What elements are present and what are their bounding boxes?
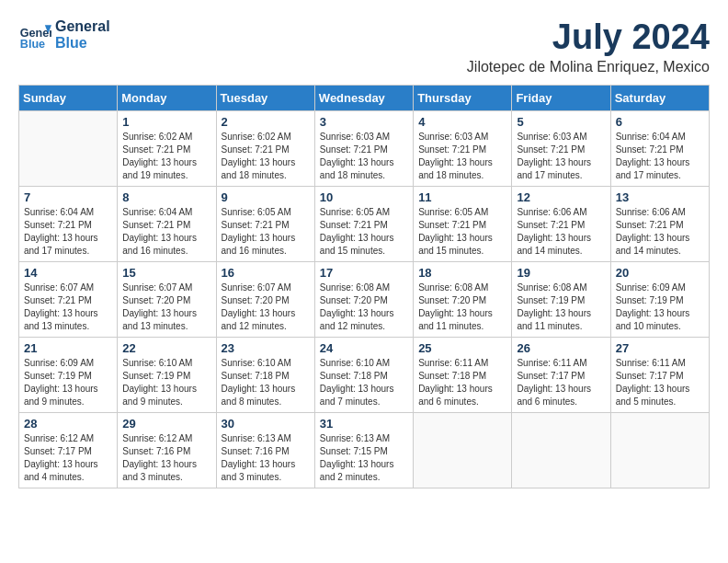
weekday-header: Friday	[512, 85, 610, 110]
sunrise-text: Sunrise: 6:09 AM	[24, 357, 112, 370]
cell-info: Sunrise: 6:10 AMSunset: 7:18 PMDaylight:…	[222, 357, 310, 408]
sunrise-text: Sunrise: 6:07 AM	[24, 282, 112, 294]
weekday-header: Tuesday	[216, 85, 314, 110]
weekday-header: Saturday	[610, 85, 709, 110]
sunrise-text: Sunrise: 6:10 AM	[122, 357, 210, 370]
calendar-cell: 20Sunrise: 6:09 AMSunset: 7:19 PMDayligh…	[610, 261, 709, 337]
calendar-cell: 4Sunrise: 6:03 AMSunset: 7:21 PMDaylight…	[414, 110, 512, 186]
day-number: 2	[222, 115, 310, 129]
calendar-cell: 11Sunrise: 6:05 AMSunset: 7:21 PMDayligh…	[414, 186, 512, 261]
day-number: 30	[222, 417, 310, 431]
sunset-text: Sunset: 7:21 PM	[222, 219, 310, 232]
sunset-text: Sunset: 7:19 PM	[517, 294, 605, 307]
day-number: 14	[24, 266, 112, 280]
sunrise-text: Sunrise: 6:03 AM	[320, 131, 408, 144]
calendar-cell: 18Sunrise: 6:08 AMSunset: 7:20 PMDayligh…	[414, 261, 512, 337]
sunset-text: Sunset: 7:18 PM	[320, 370, 408, 383]
daylight-text: Daylight: 13 hoursand 4 minutes.	[24, 458, 112, 484]
daylight-text: Daylight: 13 hoursand 3 minutes.	[222, 458, 310, 484]
sunset-text: Sunset: 7:21 PM	[24, 294, 112, 307]
sunset-text: Sunset: 7:18 PM	[222, 370, 310, 383]
day-number: 28	[24, 417, 112, 431]
daylight-text: Daylight: 13 hoursand 16 minutes.	[122, 232, 210, 258]
sunset-text: Sunset: 7:20 PM	[320, 294, 408, 307]
daylight-text: Daylight: 13 hoursand 17 minutes.	[24, 232, 112, 258]
cell-info: Sunrise: 6:08 AMSunset: 7:19 PMDaylight:…	[517, 282, 605, 333]
cell-info: Sunrise: 6:04 AMSunset: 7:21 PMDaylight:…	[122, 206, 210, 258]
daylight-text: Daylight: 13 hoursand 14 minutes.	[616, 232, 704, 258]
sunset-text: Sunset: 7:16 PM	[222, 445, 310, 458]
sunset-text: Sunset: 7:21 PM	[418, 219, 506, 232]
calendar-header-row: SundayMondayTuesdayWednesdayThursdayFrid…	[19, 85, 710, 110]
sunset-text: Sunset: 7:21 PM	[616, 219, 704, 232]
month-title: July 2024	[467, 18, 710, 57]
sunrise-text: Sunrise: 6:12 AM	[122, 432, 210, 445]
cell-info: Sunrise: 6:10 AMSunset: 7:19 PMDaylight:…	[122, 357, 210, 408]
daylight-text: Daylight: 13 hoursand 17 minutes.	[616, 156, 704, 182]
cell-info: Sunrise: 6:08 AMSunset: 7:20 PMDaylight:…	[320, 282, 408, 333]
calendar-cell: 15Sunrise: 6:07 AMSunset: 7:20 PMDayligh…	[118, 261, 216, 337]
sunrise-text: Sunrise: 6:13 AM	[320, 432, 408, 445]
day-number: 5	[517, 115, 605, 129]
calendar-cell: 6Sunrise: 6:04 AMSunset: 7:21 PMDaylight…	[610, 110, 709, 186]
sunset-text: Sunset: 7:15 PM	[320, 445, 408, 458]
sunrise-text: Sunrise: 6:10 AM	[320, 357, 408, 370]
day-number: 7	[24, 190, 112, 204]
calendar-cell: 27Sunrise: 6:11 AMSunset: 7:17 PMDayligh…	[610, 337, 709, 412]
sunrise-text: Sunrise: 6:03 AM	[517, 131, 605, 144]
calendar-cell: 12Sunrise: 6:06 AMSunset: 7:21 PMDayligh…	[512, 186, 610, 261]
sunrise-text: Sunrise: 6:09 AM	[616, 282, 704, 294]
logo: General Blue General Blue	[18, 18, 110, 52]
calendar-table: SundayMondayTuesdayWednesdayThursdayFrid…	[18, 85, 710, 488]
sunset-text: Sunset: 7:16 PM	[122, 445, 210, 458]
calendar-cell: 13Sunrise: 6:06 AMSunset: 7:21 PMDayligh…	[610, 186, 709, 261]
calendar-cell	[610, 412, 709, 488]
cell-info: Sunrise: 6:07 AMSunset: 7:20 PMDaylight:…	[122, 282, 210, 333]
cell-info: Sunrise: 6:03 AMSunset: 7:21 PMDaylight:…	[320, 131, 408, 182]
daylight-text: Daylight: 13 hoursand 6 minutes.	[418, 383, 506, 408]
calendar-cell: 3Sunrise: 6:03 AMSunset: 7:21 PMDaylight…	[314, 110, 413, 186]
sunrise-text: Sunrise: 6:07 AM	[222, 282, 310, 294]
calendar-cell: 19Sunrise: 6:08 AMSunset: 7:19 PMDayligh…	[512, 261, 610, 337]
calendar-cell	[512, 412, 610, 488]
cell-info: Sunrise: 6:06 AMSunset: 7:21 PMDaylight:…	[517, 206, 605, 258]
calendar-cell: 17Sunrise: 6:08 AMSunset: 7:20 PMDayligh…	[314, 261, 413, 337]
day-number: 26	[517, 341, 605, 355]
daylight-text: Daylight: 13 hoursand 6 minutes.	[517, 383, 605, 408]
sunrise-text: Sunrise: 6:05 AM	[222, 206, 310, 219]
calendar-week-row: 7Sunrise: 6:04 AMSunset: 7:21 PMDaylight…	[19, 186, 710, 261]
day-number: 21	[24, 341, 112, 355]
sunrise-text: Sunrise: 6:07 AM	[122, 282, 210, 294]
cell-info: Sunrise: 6:04 AMSunset: 7:21 PMDaylight:…	[24, 206, 112, 258]
cell-info: Sunrise: 6:11 AMSunset: 7:17 PMDaylight:…	[616, 357, 704, 408]
daylight-text: Daylight: 13 hoursand 5 minutes.	[616, 383, 704, 408]
sunset-text: Sunset: 7:21 PM	[122, 219, 210, 232]
sunrise-text: Sunrise: 6:11 AM	[517, 357, 605, 370]
calendar-cell: 1Sunrise: 6:02 AMSunset: 7:21 PMDaylight…	[118, 110, 216, 186]
cell-info: Sunrise: 6:10 AMSunset: 7:18 PMDaylight:…	[320, 357, 408, 408]
sunrise-text: Sunrise: 6:02 AM	[222, 131, 310, 144]
calendar-week-row: 14Sunrise: 6:07 AMSunset: 7:21 PMDayligh…	[19, 261, 710, 337]
cell-info: Sunrise: 6:13 AMSunset: 7:15 PMDaylight:…	[320, 432, 408, 484]
calendar-week-row: 21Sunrise: 6:09 AMSunset: 7:19 PMDayligh…	[19, 337, 710, 412]
calendar-cell: 22Sunrise: 6:10 AMSunset: 7:19 PMDayligh…	[118, 337, 216, 412]
sunrise-text: Sunrise: 6:11 AM	[616, 357, 704, 370]
day-number: 11	[418, 190, 506, 204]
cell-info: Sunrise: 6:05 AMSunset: 7:21 PMDaylight:…	[222, 206, 310, 258]
day-number: 9	[222, 190, 310, 204]
daylight-text: Daylight: 13 hoursand 13 minutes.	[122, 307, 210, 333]
sunset-text: Sunset: 7:21 PM	[320, 144, 408, 156]
day-number: 13	[616, 190, 704, 204]
calendar-week-row: 28Sunrise: 6:12 AMSunset: 7:17 PMDayligh…	[19, 412, 710, 488]
sunrise-text: Sunrise: 6:11 AM	[418, 357, 506, 370]
daylight-text: Daylight: 13 hoursand 11 minutes.	[517, 307, 605, 333]
logo-line1: General	[55, 18, 110, 35]
cell-info: Sunrise: 6:07 AMSunset: 7:20 PMDaylight:…	[222, 282, 310, 333]
weekday-header: Thursday	[414, 85, 512, 110]
sunset-text: Sunset: 7:20 PM	[418, 294, 506, 307]
calendar-cell: 10Sunrise: 6:05 AMSunset: 7:21 PMDayligh…	[314, 186, 413, 261]
sunset-text: Sunset: 7:17 PM	[616, 370, 704, 383]
sunrise-text: Sunrise: 6:06 AM	[517, 206, 605, 219]
day-number: 16	[222, 266, 310, 280]
cell-info: Sunrise: 6:12 AMSunset: 7:16 PMDaylight:…	[122, 432, 210, 484]
